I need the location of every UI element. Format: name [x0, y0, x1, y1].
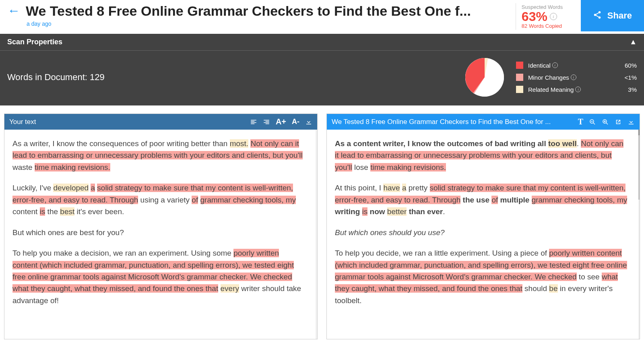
download-icon[interactable] — [305, 118, 312, 126]
text-paragraph: To help you make a decision, we ran an e… — [12, 247, 306, 306]
highlighted-text: most. — [230, 139, 248, 148]
plain-text — [218, 284, 220, 293]
chevron-up-icon: ▲ — [630, 38, 637, 46]
plain-text: content — [12, 207, 40, 216]
text-paragraph: To help you decide, we ran a little expe… — [335, 247, 629, 306]
legend-label: Related Meaningi — [528, 86, 612, 93]
source-text-panel: We Tested 8 Free Online Grammar Checkers… — [326, 114, 640, 339]
right-scrollbar[interactable] — [638, 130, 640, 339]
text-paragraph: As a content writer, I know the outcomes… — [335, 138, 629, 173]
download-icon[interactable] — [627, 118, 635, 126]
zoom-in-icon[interactable] — [602, 118, 609, 126]
info-icon[interactable]: i — [550, 13, 557, 20]
plain-text — [198, 196, 200, 204]
highlighted-text: grammar checking tools, my — [532, 196, 627, 204]
left-toolbar: A+ A- — [250, 117, 312, 126]
your-text-body[interactable]: As a writer, I know the consequences of … — [4, 130, 316, 339]
page-title: We Tested 8 Free Online Grammar Checkers… — [26, 3, 510, 19]
your-text-header: Your text A+ A- — [4, 114, 317, 130]
text-paragraph: But which ones should you use? — [335, 227, 629, 238]
scan-properties-title: Scan Properties — [7, 38, 62, 46]
plain-text: the — [45, 207, 60, 216]
plain-text: now — [370, 207, 387, 216]
open-external-icon[interactable] — [615, 118, 622, 126]
source-text-body[interactable]: As a content writer, I know the outcomes… — [327, 130, 638, 339]
svg-point-2 — [599, 16, 601, 18]
legend-label: Minor Changesi — [528, 74, 612, 81]
comparison-view: Your text A+ A- As a writer, I know the … — [0, 105, 644, 339]
left-scrollbar[interactable] — [316, 130, 317, 339]
match-pie-chart — [465, 58, 504, 97]
legend-row: Identicali 60% — [516, 59, 637, 71]
plain-text: the use — [463, 196, 492, 204]
highlighted-text: a — [91, 184, 95, 192]
highlighted-text: grammar checking tools, my — [200, 196, 296, 204]
source-text-header: We Tested 8 Free Online Grammar Checkers… — [327, 114, 640, 130]
font-decrease-icon[interactable]: A- — [292, 118, 299, 126]
scan-properties-body: Words in Document: 129 Identicali 60% Mi… — [0, 51, 644, 105]
legend-row: Related Meaningi 3% — [516, 83, 637, 95]
stat-value: 63% i — [522, 10, 569, 23]
text-paragraph: At this point, I have a pretty solid str… — [335, 182, 629, 217]
highlighted-text: time making revisions. — [35, 163, 110, 171]
legend-value: 3% — [617, 86, 637, 93]
info-icon[interactable]: i — [552, 62, 558, 68]
text-tool-icon[interactable]: T — [578, 117, 583, 126]
text-paragraph: But which ones are best for you? — [12, 227, 306, 238]
text-paragraph: Luckily, I've developed a solid strategy… — [12, 182, 306, 217]
highlighted-text: time making revisions. — [370, 163, 446, 171]
svg-point-1 — [594, 14, 597, 16]
plain-text: using a variety — [138, 196, 192, 204]
plain-text: waste — [12, 163, 35, 171]
timestamp: a day ago — [27, 21, 510, 27]
plain-text: As a content writer, I know the outcomes… — [335, 139, 548, 148]
plain-text: than ever — [409, 207, 443, 216]
swatch-icon — [516, 74, 523, 81]
scroll-up-arrow[interactable] — [638, 130, 640, 135]
info-icon[interactable]: i — [571, 74, 576, 80]
highlighted-text: is — [40, 207, 45, 216]
legend-value: 60% — [617, 62, 637, 69]
highlighted-text: better — [387, 207, 407, 216]
highlighted-text: be — [549, 284, 557, 293]
plain-text: multiple — [500, 196, 532, 204]
plain-text: should — [522, 284, 549, 293]
your-text-title: Your text — [9, 118, 244, 126]
word-count: Words in Document: 129 — [7, 72, 465, 83]
font-increase-icon[interactable]: A+ — [276, 117, 286, 126]
highlighted-text: best — [60, 207, 74, 216]
highlighted-text: a — [402, 184, 407, 192]
scroll-thumb[interactable] — [638, 135, 640, 200]
plain-text: it's ever been. — [74, 207, 124, 216]
source-text-title: We Tested 8 Free Online Grammar Checkers… — [332, 118, 572, 126]
highlighted-text: have — [383, 184, 400, 192]
zoom-out-icon[interactable] — [589, 118, 596, 126]
share-label: Share — [607, 10, 632, 21]
scan-properties-toggle[interactable]: Scan Properties ▲ — [0, 34, 644, 51]
plain-text: As a writer, I know the consequences of … — [12, 139, 230, 148]
plain-text: To help you decide, we ran a little expe… — [335, 249, 549, 257]
highlighted-text: too well — [548, 139, 577, 148]
align-left-icon[interactable] — [250, 118, 257, 126]
align-right-icon[interactable] — [263, 118, 270, 126]
title-block: We Tested 8 Free Online Grammar Checkers… — [26, 3, 510, 27]
scan-properties-panel: Scan Properties ▲ Words in Document: 129… — [0, 34, 644, 105]
highlighted-text: of — [491, 196, 498, 204]
share-icon — [593, 10, 602, 21]
highlighted-text: developed — [53, 184, 89, 192]
info-icon[interactable]: i — [575, 87, 581, 92]
back-button[interactable]: ← — [7, 4, 20, 17]
highlighted-text: of — [192, 196, 198, 204]
plain-text: lose — [352, 163, 370, 171]
plain-text: But which ones should you use? — [335, 228, 445, 237]
plain-text: But which ones are best for you? — [12, 228, 124, 237]
share-button[interactable]: Share — [581, 0, 644, 31]
highlighted-text: what they caught, what they missed, and … — [12, 284, 218, 293]
legend-label: Identicali — [528, 62, 612, 69]
plain-text: At this point, I — [335, 184, 383, 192]
right-toolbar: T — [578, 117, 635, 126]
plain-text: Luckily, I've — [12, 184, 53, 192]
legend-value: <1% — [617, 74, 637, 81]
stat-sub: 82 Words Copied — [522, 23, 569, 29]
suspected-words-stat: Suspected Words 63% i 82 Words Copied — [516, 3, 575, 30]
